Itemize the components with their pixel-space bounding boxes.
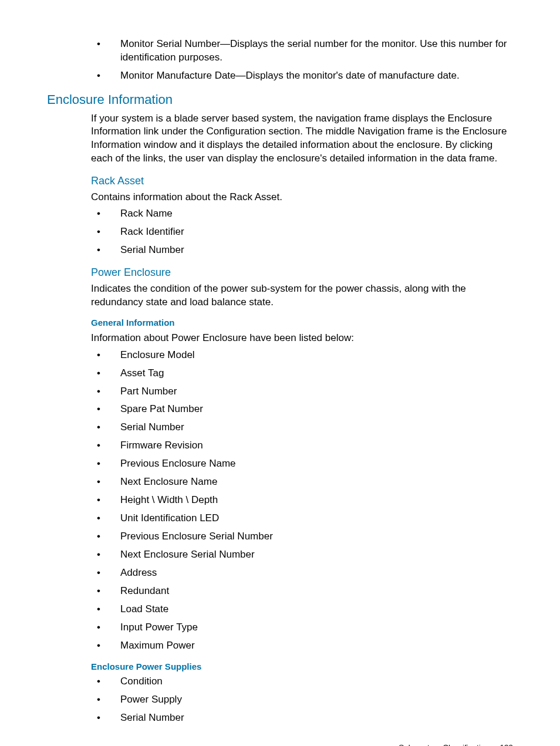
list-item: Power Supply bbox=[91, 693, 513, 707]
list-item: Serial Number bbox=[91, 244, 513, 257]
list-item: Next Enclosure Serial Number bbox=[91, 548, 513, 562]
heading-enclosure-power-supplies: Enclosure Power Supplies bbox=[91, 661, 513, 673]
page-footer: Sub-system Classification 139 bbox=[47, 742, 513, 746]
intro-bullet-list: Monitor Serial Number—Displays the seria… bbox=[91, 38, 513, 83]
general-info-list: Enclosure Model Asset Tag Part Number Sp… bbox=[91, 349, 513, 653]
list-item: Input Power Type bbox=[91, 621, 513, 634]
list-item: Part Number bbox=[91, 385, 513, 399]
footer-page-number: 139 bbox=[500, 743, 513, 746]
rack-asset-list: Rack Name Rack Identifier Serial Number bbox=[91, 207, 513, 257]
list-item: Previous Enclosure Serial Number bbox=[91, 530, 513, 544]
eps-list: Condition Power Supply Serial Number bbox=[91, 675, 513, 725]
heading-rack-asset: Rack Asset bbox=[91, 174, 513, 188]
list-item: Load State bbox=[91, 603, 513, 616]
list-item: Serial Number bbox=[91, 421, 513, 434]
list-item: Firmware Revision bbox=[91, 439, 513, 453]
list-item: Serial Number bbox=[91, 711, 513, 725]
list-item: Height \ Width \ Depth bbox=[91, 494, 513, 507]
list-item: Monitor Serial Number—Displays the seria… bbox=[91, 38, 513, 65]
list-item: Next Enclosure Name bbox=[91, 475, 513, 489]
list-item: Spare Pat Number bbox=[91, 403, 513, 416]
paragraph-general-information: Information about Power Enclosure have b… bbox=[91, 332, 513, 345]
paragraph-rack-asset: Contains information about the Rack Asse… bbox=[91, 191, 513, 204]
list-item: Unit Identification LED bbox=[91, 512, 513, 525]
list-item: Redundant bbox=[91, 585, 513, 598]
heading-power-enclosure: Power Enclosure bbox=[91, 265, 513, 279]
list-item: Address bbox=[91, 566, 513, 580]
footer-section-label: Sub-system Classification bbox=[399, 743, 490, 746]
heading-enclosure-information: Enclosure Information bbox=[47, 91, 513, 109]
list-item: Rack Name bbox=[91, 207, 513, 221]
list-item: Rack Identifier bbox=[91, 225, 513, 239]
heading-general-information: General Information bbox=[91, 317, 513, 329]
list-item: Condition bbox=[91, 675, 513, 688]
list-item: Previous Enclosure Name bbox=[91, 457, 513, 471]
paragraph-power-enclosure: Indicates the condition of the power sub… bbox=[91, 282, 513, 309]
list-item: Maximum Power bbox=[91, 639, 513, 653]
list-item: Monitor Manufacture Date—Displays the mo… bbox=[91, 69, 513, 83]
paragraph-enclosure-info: If your system is a blade server based s… bbox=[91, 112, 513, 166]
list-item: Asset Tag bbox=[91, 367, 513, 380]
list-item: Enclosure Model bbox=[91, 349, 513, 362]
